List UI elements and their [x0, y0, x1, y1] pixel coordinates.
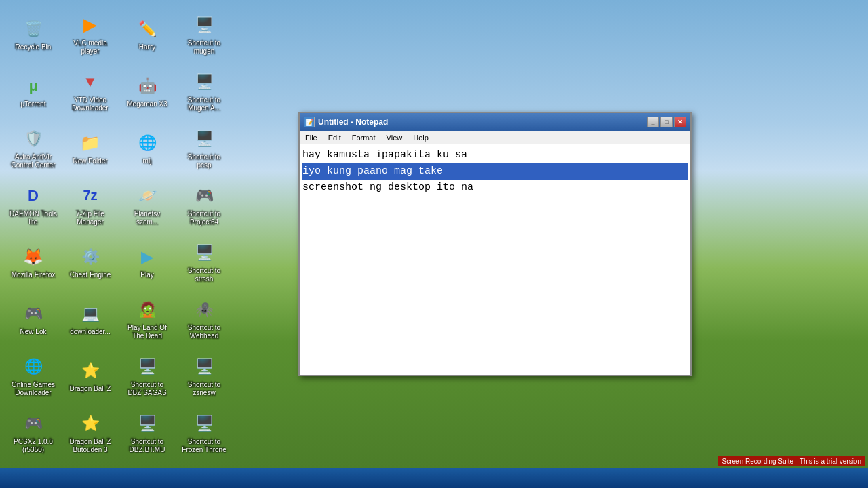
cheat-engine-icon: ⚙️: [78, 245, 102, 269]
icon-daemon-tools[interactable]: D DAEMON Tools lite: [7, 178, 60, 232]
new-folder-label: New Folder: [73, 157, 107, 165]
recycle-bin-icon: 🗑️: [21, 17, 45, 41]
icon-play[interactable]: ▶ Play: [121, 235, 174, 289]
icon-frozen-throne[interactable]: 🖥️ Shortcut to Frozen Throne: [178, 405, 231, 460]
watermark-text: Screen Recording Suite - This is a trial…: [718, 456, 865, 466]
icon-shortcut-pcsp[interactable]: 🖥️ Shortcut to pcsp: [178, 121, 231, 175]
icon-grid: 🗑️ Recycle Bin ▶ VLC media player ✏️ Har…: [7, 7, 232, 488]
taskbar: [0, 468, 868, 488]
dbz-butouden-icon: ⭐: [78, 411, 102, 436]
icon-dbz-butouden[interactable]: ⭐ Dragon Ball Z Butouden 3: [64, 405, 117, 460]
icon-ytd[interactable]: ▼ YTD Video Downloader: [64, 64, 117, 118]
firefox-label: Mozilla Firefox: [12, 271, 55, 279]
cheat-engine-label: Cheat Engine: [70, 271, 111, 279]
shortcut-pcsp-label: Shortcut to pcsp: [180, 153, 228, 169]
icon-megaman[interactable]: 🤖 Megaman X3: [121, 64, 174, 118]
project64-icon: 🎮: [192, 184, 216, 208]
ytd-icon: ▼: [78, 70, 102, 94]
downloader-icon: 💻: [78, 302, 102, 326]
notepad-line2: iyo kung paano mag take: [302, 163, 688, 180]
strssh-icon: 🖥️: [192, 241, 216, 265]
planets-icon: 🪐: [135, 184, 159, 208]
webhead-label: Shortcut to Webhead: [180, 324, 228, 340]
icon-mij[interactable]: 🌐 mij: [121, 121, 174, 175]
7zip-label: 7-Zip File Manager: [66, 210, 114, 226]
utorrent-icon: µ: [21, 74, 45, 98]
notepad-window: 📝 Untitled - Notepad _ □ ✕ File Edit For…: [298, 112, 692, 376]
icon-planets[interactable]: 🪐 Planetsv szom...: [121, 178, 174, 232]
icon-dbz-sagas[interactable]: 🖥️ Shortcut to DBZ SAGAS: [121, 348, 174, 403]
icon-7zip[interactable]: 7z 7-Zip File Manager: [64, 178, 117, 232]
menu-edit[interactable]: Edit: [326, 131, 344, 144]
icon-downloader[interactable]: 💻 downloader...: [64, 291, 117, 346]
notepad-content[interactable]: hay kamusta ipapakita ku sa iyo kung paa…: [300, 144, 690, 375]
dbz-icon: ⭐: [78, 359, 102, 383]
daemon-icon: D: [21, 184, 45, 208]
maximize-button[interactable]: □: [660, 117, 673, 127]
icon-online-games[interactable]: 🌐 Online Games Downloader: [7, 348, 60, 403]
play-land-dead-icon: 🧟: [135, 298, 159, 322]
planets-label: Planetsv szom...: [123, 210, 171, 226]
icon-dbz-bt-mu[interactable]: 🖥️ Shortcut to DBZ.BT.MU: [121, 405, 174, 460]
icon-shortcut-mugen-a[interactable]: 🖥️ Shortcut to Mugen A...: [178, 64, 231, 118]
icon-shortcut-strssh[interactable]: 🖥️ Shortcut to strssh: [178, 235, 231, 289]
mij-icon: 🌐: [135, 131, 159, 155]
dbz-bt-mu-label: Shortcut to DBZ.BT.MU: [123, 438, 171, 454]
titlebar-left: 📝 Untitled - Notepad: [304, 117, 388, 127]
recycle-bin-label: Recycle Bin: [16, 43, 52, 52]
icon-firefox[interactable]: 🦊 Mozilla Firefox: [7, 235, 60, 289]
play-icon: ▶: [135, 245, 159, 269]
megaman-icon: 🤖: [135, 74, 159, 98]
dbz-sagas-icon: 🖥️: [135, 354, 159, 379]
icon-harry[interactable]: ✏️ Harry: [121, 7, 174, 61]
notepad-title: Untitled - Notepad: [318, 117, 388, 127]
play-land-dead-label: Play Land Of The Dead: [123, 324, 171, 340]
vlc-label: VLC media player: [66, 39, 114, 56]
pcsx2-icon: 🎮: [21, 411, 45, 436]
online-games-label: Online Games Downloader: [9, 381, 57, 397]
menu-file[interactable]: File: [302, 131, 320, 144]
icon-cheat-engine[interactable]: ⚙️ Cheat Engine: [64, 235, 117, 289]
icon-pcsx2[interactable]: 🎮 PCSX2 1.0.0 (r5350): [7, 405, 60, 460]
icon-zsnesw[interactable]: 🖥️ Shortcut to zsnesw: [178, 348, 231, 403]
harry-label: Harry: [139, 43, 155, 52]
icon-utorrent[interactable]: µ µTorrent: [7, 64, 60, 118]
dbz-sagas-label: Shortcut to DBZ SAGAS: [123, 381, 171, 397]
avira-label: Avira AntiVir Control Center: [9, 153, 57, 169]
ytd-label: YTD Video Downloader: [66, 96, 114, 113]
megaman-label: Megaman X3: [127, 100, 167, 108]
icon-new-lok[interactable]: 🎮 New Lok: [7, 291, 60, 346]
frozen-throne-icon: 🖥️: [192, 411, 216, 436]
menu-view[interactable]: View: [384, 131, 406, 144]
icon-dragon-ball-z[interactable]: ⭐ Dragon Ball Z: [64, 348, 117, 403]
online-games-icon: 🌐: [21, 354, 45, 379]
7zip-icon: 7z: [78, 184, 102, 208]
icon-avira[interactable]: 🛡️ Avira AntiVir Control Center: [7, 121, 60, 175]
harry-icon: ✏️: [135, 17, 159, 41]
icon-project64[interactable]: 🎮 Shortcut to Project64: [178, 178, 231, 232]
shortcut-pcsp-icon: 🖥️: [192, 127, 216, 151]
icon-new-folder[interactable]: 📁 New Folder: [64, 121, 117, 175]
minimize-button[interactable]: _: [647, 117, 659, 127]
dbz-label: Dragon Ball Z: [69, 385, 111, 393]
mij-label: mij: [143, 157, 152, 165]
notepad-line1: hay kamusta ipapakita ku sa: [302, 147, 688, 163]
downloader-label: downloader...: [70, 328, 111, 336]
dbz-bt-mu-icon: 🖥️: [135, 411, 159, 436]
icon-recycle-bin[interactable]: 🗑️ Recycle Bin: [7, 7, 60, 61]
icon-webhead[interactable]: 🕷️ Shortcut to Webhead: [178, 291, 231, 346]
menu-help[interactable]: Help: [410, 131, 431, 144]
icon-play-land-of-dead[interactable]: 🧟 Play Land Of The Dead: [121, 291, 174, 346]
titlebar-buttons: _ □ ✕: [647, 117, 686, 127]
new-lok-label: New Lok: [20, 328, 47, 336]
webhead-icon: 🕷️: [192, 298, 216, 322]
icon-shortcut-mugen[interactable]: 🖥️ Shortcut to mugen: [178, 7, 231, 61]
shortcut-mugen-a-label: Shortcut to Mugen A...: [180, 96, 228, 113]
new-lok-icon: 🎮: [21, 302, 45, 326]
notepad-menubar: File Edit Format View Help: [300, 131, 690, 144]
close-button[interactable]: ✕: [674, 117, 686, 127]
notepad-titlebar[interactable]: 📝 Untitled - Notepad _ □ ✕: [300, 113, 690, 131]
strssh-label: Shortcut to strssh: [180, 267, 228, 283]
icon-vlc[interactable]: ▶ VLC media player: [64, 7, 117, 61]
menu-format[interactable]: Format: [349, 131, 378, 144]
